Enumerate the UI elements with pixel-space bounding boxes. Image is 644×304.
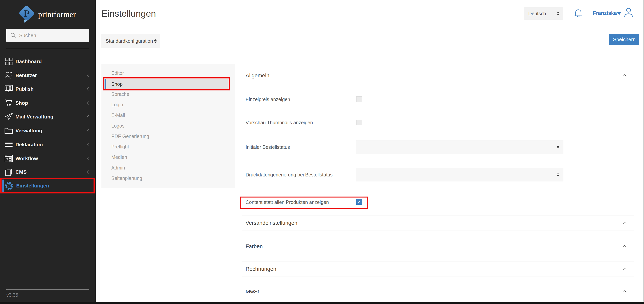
active-indicator-bar (2, 180, 4, 192)
accordion-title: Farben (246, 243, 263, 250)
window-right-border (643, 0, 644, 302)
field-label: Initialer Bestellstatus (246, 144, 290, 150)
sidebar-item-dashboard[interactable]: Dashboard (0, 54, 96, 68)
subnav-item-shop[interactable]: Shop (104, 79, 228, 90)
subnav-item-logos[interactable]: Logos (102, 120, 235, 131)
sidebar-item-label: Mail Verwaltung (16, 114, 54, 120)
chevron-left-icon (86, 114, 90, 119)
configuration-select-value: Standardkonfiguration (106, 38, 153, 44)
sidebar-divider-bottom (6, 289, 89, 290)
sidebar-item-label: Benutzer (16, 72, 37, 78)
sidebar-item-deklaration[interactable]: Deklaration (0, 138, 96, 152)
accordion-title: MwSt (246, 288, 259, 295)
select-updown-icon (557, 12, 560, 16)
app-logo-text: printformer (38, 10, 76, 19)
accordion-header-mwst[interactable]: MwSt (242, 284, 634, 299)
sidebar-item-label: Einstellungen (16, 183, 49, 189)
accordion-title: Allgemein (246, 72, 269, 79)
accordion-header-versandeinstellungen[interactable]: Versandeinstellungen (242, 215, 634, 231)
chevron-left-icon (86, 170, 90, 174)
notifications-bell-icon[interactable] (574, 8, 583, 19)
sidebar-item-einstellungen[interactable]: Einstellungen (0, 179, 96, 193)
checkbox-einzelpreis[interactable] (356, 96, 362, 102)
configuration-select[interactable]: Standardkonfiguration (101, 34, 160, 48)
caret-down-icon[interactable] (617, 12, 622, 15)
checkbox-content-statt-produkten[interactable]: ✓ (356, 199, 362, 205)
sidebar-item-label: Dashboard (16, 58, 42, 64)
accordion-title: Versandeinstellungen (246, 220, 297, 226)
active-indicator-bar (104, 79, 106, 90)
settings-panel: Allgemein Einzelpreis anzeigen Vorschau … (242, 68, 634, 299)
subnav-item-medien[interactable]: Medien (102, 152, 235, 162)
dashboard-grid-icon (4, 57, 13, 66)
field-label: Vorschau Thumbnails anzeigen (246, 120, 313, 126)
window-bottom-border (0, 302, 644, 304)
chevron-left-icon (86, 156, 90, 160)
sidebar-item-verwaltung[interactable]: Verwaltung (0, 124, 96, 138)
select-updown-icon (557, 145, 559, 149)
user-menu[interactable]: Franziska (593, 10, 617, 16)
sidebar-search[interactable]: Suchen (6, 28, 89, 42)
field-label: Druckdatengenerierung bei Bestellstatus (246, 172, 332, 178)
subnav-item-sprache[interactable]: Sprache (102, 89, 235, 99)
save-button[interactable]: Speichern (609, 34, 639, 45)
user-avatar-icon[interactable] (623, 7, 634, 18)
sidebar-item-label: Publish (16, 86, 34, 92)
chevron-left-icon (86, 101, 90, 105)
pages-icon (4, 168, 13, 176)
subnav-item-admin[interactable]: Admin (102, 162, 235, 173)
workflow-icon (4, 154, 13, 163)
sidebar-item-cms[interactable]: CMS (0, 165, 96, 179)
chevron-up-icon (622, 220, 627, 226)
sidebar-item-publish[interactable]: Publish (0, 82, 96, 96)
search-icon (10, 32, 16, 38)
accordion-header-allgemein[interactable]: Allgemein (242, 68, 634, 83)
field-label: Einzelpreis anzeigen (246, 97, 290, 102)
accordion-header-rechnungen[interactable]: Rechnungen (242, 261, 634, 277)
publish-monitor-icon (4, 84, 13, 93)
sidebar-item-label: Shop (16, 100, 28, 106)
language-select-value: Deutsch (528, 11, 546, 16)
paper-plane-icon (4, 112, 13, 121)
select-initialer-bestellstatus[interactable] (356, 140, 564, 154)
sidebar-item-label: Workflow (16, 156, 38, 162)
sidebar-item-benutzer[interactable]: Benutzer (0, 68, 96, 82)
language-select[interactable]: Deutsch (524, 7, 563, 20)
folder-icon (4, 126, 13, 135)
settings-subnav: Editor Shop Sprache Login E-Mail Logos P… (102, 64, 235, 188)
printformer-logo-icon: P (18, 5, 36, 24)
sidebar-divider-top (6, 49, 89, 49)
chevron-left-icon (86, 142, 90, 147)
cart-icon (4, 98, 13, 108)
sidebar-item-workflow[interactable]: Workflow (0, 152, 96, 166)
app-version: v3.35 (6, 292, 18, 298)
sidebar: P printformer Suchen Dashboard (0, 0, 96, 304)
chevron-left-icon (86, 128, 90, 133)
accordion-title: Rechnungen (246, 266, 276, 272)
chevron-up-icon (622, 244, 627, 249)
accordion-header-farben[interactable]: Farben (242, 239, 634, 254)
gear-icon (5, 182, 14, 190)
subnav-item-seitenplanung[interactable]: Seitenplanung (102, 173, 235, 184)
subnav-item-login[interactable]: Login (102, 99, 235, 110)
select-updown-icon (557, 173, 559, 176)
checkbox-vorschau-thumbnails[interactable] (356, 120, 362, 125)
subnav-item-pdf-generierung[interactable]: PDF Generierung (102, 131, 235, 142)
sidebar-item-shop[interactable]: Shop (0, 96, 96, 110)
search-input[interactable]: Suchen (19, 32, 36, 38)
select-druckdatengenerierung[interactable] (356, 168, 564, 182)
subnav-item-email[interactable]: E-Mail (102, 110, 235, 120)
chevron-up-icon (622, 73, 627, 78)
list-lines-icon (4, 140, 13, 149)
subnav-item-preflight[interactable]: Preflight (102, 142, 235, 152)
page-title: Einstellungen (102, 8, 156, 19)
chevron-left-icon (86, 87, 90, 91)
chevron-up-icon (622, 289, 627, 294)
select-updown-icon (154, 39, 157, 43)
subnav-item-editor[interactable]: Editor (102, 68, 235, 78)
svg-text:P: P (24, 8, 30, 19)
sidebar-item-mail-verwaltung[interactable]: Mail Verwaltung (0, 110, 96, 124)
field-label: Content statt allen Produkten anzeigen (246, 200, 329, 205)
app-logo[interactable]: P printformer (18, 5, 82, 24)
users-icon (4, 71, 13, 80)
